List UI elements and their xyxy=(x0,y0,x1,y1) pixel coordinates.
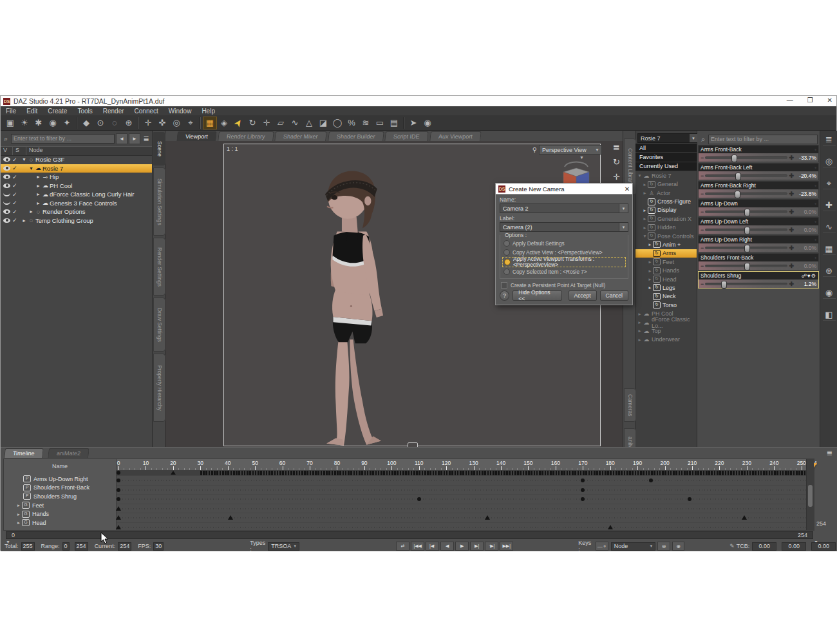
slider-value[interactable]: 0.0% xyxy=(795,263,816,269)
scene-item-ph-cool[interactable]: ✓►☁PH Cool xyxy=(1,182,152,191)
fps-field[interactable]: 30 xyxy=(153,542,164,551)
slider-track[interactable] xyxy=(705,156,787,159)
keyframe-circle[interactable] xyxy=(581,478,585,482)
slider-dial-icon[interactable]: ◦ xyxy=(814,183,816,189)
slider-dial-icon[interactable]: ◦ xyxy=(814,147,816,153)
power-pose-icon[interactable]: ◎ xyxy=(823,156,836,167)
eye-closed-icon[interactable] xyxy=(3,193,10,196)
keyframe-circle[interactable] xyxy=(417,497,421,501)
param-group-hidden[interactable]: ►↻Hidden xyxy=(635,223,697,232)
create-node-b-icon[interactable]: ✜ xyxy=(155,117,169,129)
param-group-feet[interactable]: ►↻Feet xyxy=(635,258,697,266)
slider-value[interactable]: -20.4% xyxy=(795,173,816,179)
camera-pin-icon[interactable]: ⚲ xyxy=(532,146,537,153)
universal-manipulator-icon[interactable]: ◈ xyxy=(217,117,231,129)
slider-thumb[interactable] xyxy=(744,209,750,216)
param-group-generation-x[interactable]: ►↻Generation X xyxy=(635,214,697,223)
expander-icon[interactable]: ► xyxy=(642,216,648,221)
slider-track[interactable] xyxy=(705,175,787,177)
slider-track[interactable] xyxy=(705,211,787,213)
timeline-track-feet[interactable] xyxy=(117,504,806,514)
persistent-point-checkbox[interactable]: Create a Persistent Point At Target (Nul… xyxy=(501,282,627,289)
joint-editor-icon[interactable]: ⌖ xyxy=(183,117,198,129)
keyframe-triangle[interactable] xyxy=(485,515,490,520)
camera-name-combo[interactable]: Camera 2 ▼ xyxy=(500,204,628,213)
selectable-check-icon[interactable]: ✓ xyxy=(12,217,21,223)
posing-tool-icon[interactable]: ✚ xyxy=(823,200,836,211)
param-group-head[interactable]: ►↻Head xyxy=(635,275,697,283)
param-group-anim[interactable]: ►↻Anim + xyxy=(635,240,697,249)
param-group-hands[interactable]: ►↻Hands xyxy=(635,266,697,274)
option-apply-default-settings[interactable]: Apply Default Settings xyxy=(502,239,626,248)
menu-window[interactable]: Window xyxy=(164,106,197,115)
region-navigator-icon[interactable]: ▭ xyxy=(373,117,387,129)
tab-shader-mixer[interactable]: Shader Mixer xyxy=(275,131,327,141)
total-field[interactable]: 255 xyxy=(21,542,35,551)
render-icon[interactable]: ◉ xyxy=(420,117,435,129)
keyframe-triangle[interactable] xyxy=(608,525,613,529)
brush-tool-icon[interactable]: ≋ xyxy=(359,117,373,129)
eye-open-icon[interactable] xyxy=(3,166,10,171)
slider-thumb[interactable] xyxy=(721,281,727,289)
eye-open-icon[interactable] xyxy=(3,209,10,214)
edit-pencil-icon[interactable]: ✎ xyxy=(729,543,735,549)
types-select[interactable]: TRSOA ▼ xyxy=(268,542,299,551)
keyframe-circle[interactable] xyxy=(117,478,120,482)
slider-value[interactable]: -33.7% xyxy=(795,155,816,161)
tab-timeline[interactable]: Timeline xyxy=(4,448,43,458)
puppeteer-icon[interactable]: ⌖ xyxy=(823,178,836,189)
selectable-check-icon[interactable]: ✓ xyxy=(12,191,21,198)
eye-closed-icon[interactable] xyxy=(3,201,10,205)
scene-item-hip[interactable]: ✓►⊸Hip xyxy=(1,173,152,182)
figure-setup-icon[interactable]: ▦ xyxy=(823,244,836,255)
param-group-neck[interactable]: ↻Neck xyxy=(635,292,697,301)
timeline-row-shoulders-shrug[interactable]: PShoulders Shrug xyxy=(4,492,116,501)
viewport-layout-icon[interactable]: ◧ xyxy=(823,310,836,321)
keyframe-triangle[interactable] xyxy=(116,506,121,511)
expander-icon[interactable]: ► xyxy=(28,209,34,214)
param-group-actor[interactable]: ►♙Actor xyxy=(635,189,697,197)
timeline-track-arms-up-down-right[interactable] xyxy=(117,476,806,486)
tab-script-ide[interactable]: Script IDE xyxy=(385,131,429,141)
expander-icon[interactable]: ► xyxy=(642,225,648,230)
range-to-field[interactable]: 254 xyxy=(75,542,88,551)
hide-options-button[interactable]: Hide Options << xyxy=(513,290,561,301)
add-key-button[interactable]: ⊕ xyxy=(672,542,684,551)
delete-key-button[interactable]: ⊖ xyxy=(657,542,670,551)
spot-render-icon[interactable]: ▤ xyxy=(387,117,401,129)
param-group-cross-figure[interactable]: ↻Cross-Figure xyxy=(635,197,697,205)
expander-icon[interactable]: ▼ xyxy=(637,173,643,178)
slider-decrement-button[interactable]: − xyxy=(701,209,704,215)
menu-file[interactable]: File xyxy=(1,106,21,115)
slider-track[interactable] xyxy=(705,265,787,267)
slider-thumb[interactable] xyxy=(731,155,737,162)
expander-icon[interactable]: ► xyxy=(637,312,643,316)
slider-increment-button[interactable]: ✚ xyxy=(789,227,794,233)
play-button[interactable]: ▶ xyxy=(455,542,469,551)
filter-next-button[interactable]: ► xyxy=(129,133,140,144)
expander-icon[interactable]: ► xyxy=(637,320,643,325)
measure-tool-icon[interactable]: % xyxy=(344,117,359,129)
timeline-track-shoulders-shrug[interactable] xyxy=(117,495,806,504)
go-to-start-button[interactable]: |◀◀ xyxy=(411,542,424,551)
scale-tool-icon[interactable]: ▱ xyxy=(274,117,288,129)
slider-decrement-button[interactable]: − xyxy=(701,191,704,197)
new-target-icon[interactable]: ⊕ xyxy=(122,117,136,129)
slider-track[interactable] xyxy=(705,283,787,285)
expander-icon[interactable]: ▼ xyxy=(28,166,34,171)
tab-property-hierarchy[interactable]: Property Hierarchy xyxy=(153,354,165,422)
param-group-rosie-7[interactable]: ▼☁Rosie 7 xyxy=(635,171,697,180)
slider-decrement-button[interactable]: − xyxy=(701,173,704,179)
viewport-options-icon[interactable]: ≣ xyxy=(613,142,620,152)
scene-item-dforce-classic-long-curly-hair[interactable]: ✓►☁dForce Classic Long Curly Hair xyxy=(1,190,152,199)
expander-icon[interactable]: ► xyxy=(642,208,648,213)
eye-open-icon[interactable] xyxy=(3,157,10,162)
timeline-row-shoulders-front-back[interactable]: PShoulders Front-Back xyxy=(4,484,116,493)
cancel-button[interactable]: Cancel xyxy=(600,290,628,301)
tab-aux-viewport[interactable]: Aux Viewport xyxy=(429,131,481,141)
accept-button[interactable]: Accept xyxy=(569,290,597,301)
selectable-check-icon[interactable]: ✓ xyxy=(12,200,21,206)
tcb-field-0[interactable]: 0.00 xyxy=(752,542,776,551)
orbit-view-icon[interactable]: ↻ xyxy=(613,157,620,167)
expander-icon[interactable]: ► xyxy=(15,503,22,507)
